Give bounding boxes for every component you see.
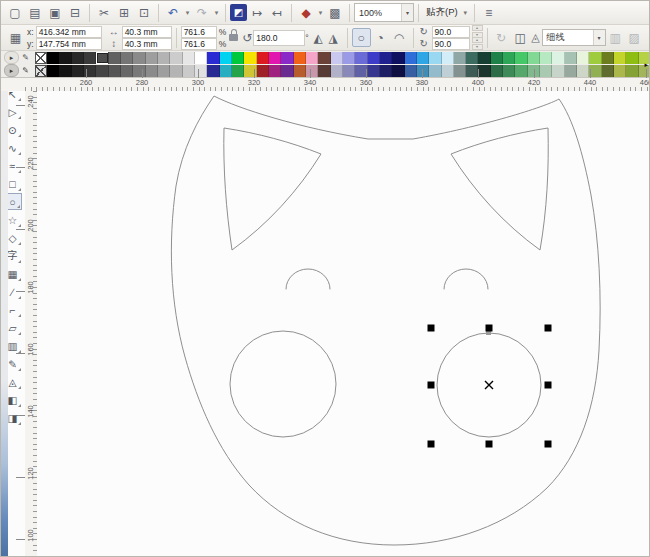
palette-swatch[interactable] — [183, 65, 195, 77]
palette-swatch[interactable] — [380, 52, 392, 64]
palette-flyout-icon[interactable]: ▸ — [4, 64, 19, 77]
paste-icon[interactable]: ⊡ — [134, 3, 154, 23]
print-icon[interactable]: ⊟ — [65, 3, 85, 23]
palette-swatch[interactable] — [306, 52, 318, 64]
palette-swatch[interactable] — [109, 52, 121, 64]
palette-swatch[interactable] — [183, 52, 195, 64]
palette-swatch[interactable] — [170, 65, 182, 77]
new-document-icon[interactable]: ▢ — [5, 3, 25, 23]
left-inner-ear[interactable] — [224, 128, 321, 250]
palette-swatch[interactable] — [392, 65, 404, 77]
palette-swatch[interactable] — [133, 65, 145, 77]
change-direction-icon[interactable]: ↻ — [492, 28, 511, 47]
palette-swatch[interactable] — [257, 65, 269, 77]
start-angle-field[interactable]: 90.0 — [432, 26, 470, 38]
palette-swatch[interactable] — [158, 52, 170, 64]
palette-swatch[interactable] — [491, 52, 503, 64]
palette-swatch[interactable] — [170, 52, 182, 64]
palette-swatch[interactable] — [528, 52, 540, 64]
left-cheek-circle[interactable] — [230, 331, 336, 437]
palette-swatch[interactable] — [257, 52, 269, 64]
palette-swatch[interactable] — [405, 52, 417, 64]
undo-dropdown-arrow[interactable]: ▾ — [183, 3, 192, 23]
palette-swatch[interactable] — [515, 52, 527, 64]
palette-swatch[interactable] — [281, 65, 293, 77]
palette-swatch[interactable] — [269, 52, 281, 64]
palette-swatch[interactable] — [602, 65, 614, 77]
end-angle-field[interactable]: 90.0 — [432, 38, 470, 50]
end-angle-down-spinner[interactable]: ▾ — [472, 44, 483, 50]
palette-swatch[interactable] — [47, 52, 59, 64]
copy-icon[interactable]: ⊞ — [114, 3, 134, 23]
cat-head-outline[interactable] — [171, 96, 600, 545]
palette-swatch[interactable] — [232, 65, 244, 77]
redo-dropdown-arrow[interactable]: ▾ — [212, 3, 221, 23]
palette-swatch[interactable] — [577, 65, 589, 77]
palette-swatch[interactable] — [109, 65, 121, 77]
redo-icon[interactable]: ↷ — [192, 3, 212, 23]
palette-swatch[interactable] — [626, 52, 638, 64]
palette-swatch[interactable] — [540, 52, 552, 64]
palette-swatch[interactable] — [491, 65, 503, 77]
palette-eyedropper-icon[interactable]: ✎ — [19, 52, 32, 63]
palette-swatch[interactable] — [552, 65, 564, 77]
palette-swatch[interactable] — [121, 65, 133, 77]
palette-swatch[interactable] — [294, 65, 306, 77]
palette-swatch[interactable] — [565, 65, 577, 77]
left-eyebrow-arc[interactable] — [286, 269, 330, 289]
palette-swatch[interactable] — [478, 65, 490, 77]
palette-swatch[interactable] — [429, 65, 441, 77]
palette-swatch[interactable] — [158, 65, 170, 77]
cut-icon[interactable]: ✂ — [94, 3, 114, 23]
palette-swatch[interactable] — [133, 52, 145, 64]
welcome-screen-icon[interactable]: ▩ — [325, 3, 345, 23]
import-icon[interactable]: ↦ — [247, 3, 267, 23]
palette-swatch[interactable] — [121, 52, 133, 64]
palette-swatch[interactable] — [220, 52, 232, 64]
palette-swatch[interactable] — [552, 52, 564, 64]
palette-swatch[interactable] — [515, 65, 527, 77]
palette-swatch[interactable] — [380, 65, 392, 77]
open-icon[interactable]: ▤ — [25, 3, 45, 23]
palette-swatch[interactable] — [84, 52, 96, 64]
palette-swatch[interactable] — [466, 65, 478, 77]
palette-swatch[interactable] — [454, 65, 466, 77]
palette-swatch[interactable] — [417, 65, 429, 77]
end-angle-up-spinner[interactable]: ▴ — [472, 37, 483, 43]
palette-swatch[interactable] — [614, 52, 626, 64]
palette-swatch[interactable] — [318, 52, 330, 64]
horizontal-ruler[interactable]: 260280300320340360380400420440460 — [25, 78, 650, 92]
palette-swatch[interactable] — [626, 65, 638, 77]
palette-swatch[interactable] — [614, 65, 626, 77]
outline-width-dropdown-arrow[interactable]: ▾ — [593, 30, 605, 45]
palette-swatch[interactable] — [602, 52, 614, 64]
zoom-dropdown-arrow[interactable]: ▾ — [401, 4, 413, 21]
palette-swatch[interactable] — [442, 65, 454, 77]
palette-swatch[interactable] — [72, 52, 84, 64]
palette-swatch[interactable] — [318, 65, 330, 77]
palette-swatch[interactable] — [207, 52, 219, 64]
zoom-level-combo[interactable]: 100% ▾ — [354, 3, 414, 22]
rotation-angle-field[interactable]: 180.0 — [253, 30, 305, 46]
palette-swatch[interactable] — [244, 52, 256, 64]
mirror-vertical-icon[interactable]: ◮ — [324, 28, 343, 47]
palette-swatch[interactable] — [417, 52, 429, 64]
palette-swatch[interactable] — [343, 65, 355, 77]
scale-v-field[interactable]: 761.6 — [181, 38, 217, 50]
outline-width-combo[interactable]: 细线 ▾ — [542, 29, 606, 46]
no-color-swatch[interactable] — [35, 65, 47, 77]
launcher-dropdown-arrow[interactable]: ▾ — [316, 3, 325, 23]
palette-swatch[interactable] — [503, 65, 515, 77]
palette-swatch[interactable] — [466, 52, 478, 64]
palette-scroll-arrow-icon[interactable]: ▸ — [644, 61, 648, 69]
pie-mode-button[interactable]: ◔ — [371, 28, 390, 47]
arc-mode-button[interactable]: ◠ — [390, 28, 409, 47]
x-position-field[interactable]: 416.342 mm — [36, 26, 102, 38]
palette-swatch[interactable] — [565, 52, 577, 64]
drawing-canvas[interactable] — [37, 91, 650, 557]
search-content-icon[interactable]: ◩ — [230, 4, 247, 21]
palette-swatch[interactable] — [589, 65, 601, 77]
palette-swatch[interactable] — [207, 65, 219, 77]
format-text-icon[interactable]: ▥ — [606, 28, 625, 47]
object-width-field[interactable]: 40.3 mm — [122, 26, 172, 38]
